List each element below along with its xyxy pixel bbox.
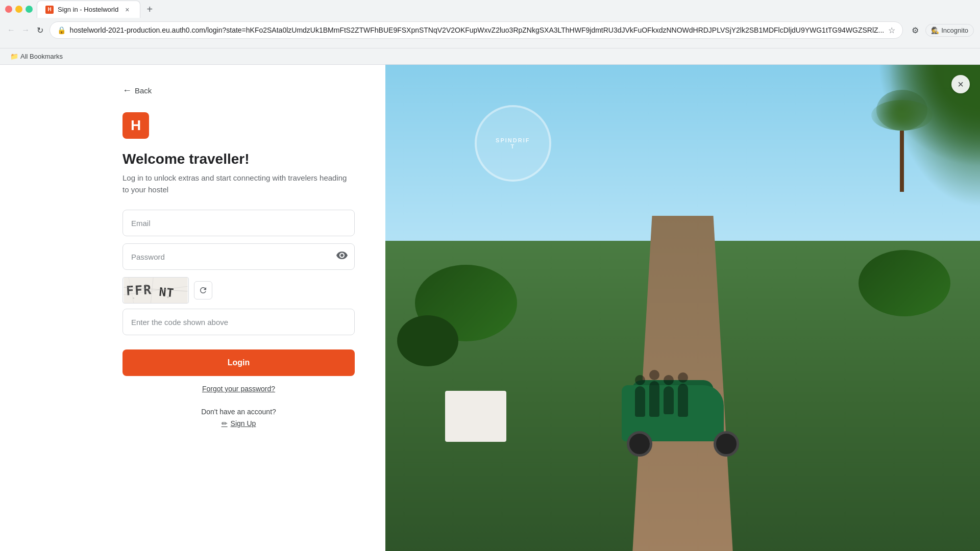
back-nav-btn[interactable]: ←	[6, 22, 16, 38]
welcome-subtitle: Log in to unlock extras and start connec…	[122, 172, 355, 195]
new-tab-btn[interactable]: +	[142, 2, 157, 16]
close-overlay-btn[interactable]: ×	[951, 75, 970, 93]
tab-close-btn[interactable]: ×	[122, 5, 132, 14]
signup-link[interactable]: ✏ Sign Up	[222, 419, 256, 428]
back-label: Back	[135, 86, 152, 95]
maximize-window-btn[interactable]	[26, 6, 33, 13]
svg-point-7	[145, 284, 147, 286]
all-bookmarks[interactable]: 📁 All Bookmarks	[6, 51, 67, 62]
address-url: hostelworld-2021-production.eu.auth0.com…	[70, 26, 885, 34]
person-4	[678, 384, 688, 417]
forgot-password-link[interactable]: Forgot your password?	[202, 385, 275, 393]
captcha-container: FFR NT	[122, 277, 355, 304]
welcome-title: Welcome traveller!	[122, 151, 355, 167]
lock-icon: 🔒	[57, 26, 66, 34]
all-bookmarks-label: All Bookmarks	[20, 53, 63, 60]
no-account-text: Don't have an account?	[122, 408, 355, 416]
logo-container: H	[122, 112, 355, 139]
svg-point-9	[133, 297, 134, 299]
back-link[interactable]: ← Back	[122, 85, 152, 96]
page-content: × ← Back H Welcome traveller! Log in to …	[0, 65, 980, 551]
login-label: Login	[228, 358, 250, 367]
incognito-badge[interactable]: 🕵 Incognito	[925, 24, 974, 37]
signup-section: Don't have an account? ✏ Sign Up	[122, 408, 355, 428]
captcha-section: FFR NT	[122, 277, 355, 342]
captcha-input[interactable]	[122, 309, 355, 335]
window-controls	[5, 6, 33, 13]
hostel-sign: SPINDRIF T	[475, 105, 551, 182]
tab-favicon: H	[45, 6, 54, 14]
palm-tree	[871, 90, 933, 192]
browser-toolbar: ← → ↻ 🔒 hostelworld-2021-production.eu.a…	[0, 18, 980, 42]
wall-structure	[445, 391, 506, 442]
person-1	[635, 386, 645, 417]
person-2	[649, 381, 659, 417]
forward-nav-btn[interactable]: →	[20, 22, 31, 38]
svg-text:NT: NT	[159, 285, 175, 299]
toggle-password-btn[interactable]	[336, 252, 348, 262]
scene-background: SPINDRIF T	[385, 65, 980, 551]
person-3	[664, 386, 674, 414]
vehicle-wheel-left	[627, 431, 652, 457]
logo-letter: H	[131, 117, 141, 134]
bush-left-low	[397, 315, 458, 366]
svg-text:FFR: FFR	[126, 282, 152, 298]
extensions-btn[interactable]: ⚙	[907, 22, 923, 38]
svg-point-8	[167, 296, 169, 298]
login-button[interactable]: Login	[122, 349, 355, 376]
active-tab[interactable]: H Sign in - Hostelworld ×	[37, 1, 140, 18]
bush-right	[859, 250, 950, 316]
bookmark-star-icon[interactable]: ☆	[888, 26, 895, 35]
reload-nav-btn[interactable]: ↻	[35, 22, 45, 38]
signup-label: Sign Up	[231, 419, 256, 428]
password-input[interactable]	[122, 243, 355, 270]
people-group	[635, 386, 688, 417]
password-group	[122, 243, 355, 270]
email-input[interactable]	[122, 210, 355, 236]
browser-actions: ⚙ 🕵 Incognito	[907, 22, 974, 38]
login-panel: ← Back H Welcome traveller! Log in to un…	[0, 65, 385, 551]
close-window-btn[interactable]	[5, 6, 12, 13]
back-arrow-icon: ←	[122, 85, 132, 96]
incognito-icon: 🕵	[931, 27, 939, 34]
tab-bar: H Sign in - Hostelworld × +	[0, 0, 980, 18]
bookmark-icon: 📁	[10, 53, 18, 60]
captcha-input-group	[122, 309, 355, 335]
incognito-label: Incognito	[941, 27, 968, 34]
hostelworld-logo: H	[122, 112, 149, 139]
sign-text: SPINDRIF T	[496, 137, 530, 149]
bookmarks-bar: 📁 All Bookmarks	[0, 48, 980, 65]
browser-chrome: H Sign in - Hostelworld × + ← → ↻ 🔒 host…	[0, 0, 980, 48]
address-bar[interactable]: 🔒 hostelworld-2021-production.eu.auth0.c…	[50, 21, 903, 39]
tab-title: Sign in - Hostelworld	[58, 6, 118, 13]
minimize-window-btn[interactable]	[15, 6, 22, 13]
vehicle-wheel-right	[714, 431, 739, 457]
password-wrapper	[122, 243, 355, 270]
image-panel: SPINDRIF T	[385, 65, 980, 551]
captcha-image: FFR NT	[122, 277, 189, 304]
forgot-password-section: Forgot your password?	[122, 384, 355, 393]
email-group	[122, 210, 355, 236]
captcha-refresh-btn[interactable]	[194, 281, 212, 299]
pencil-icon: ✏	[222, 419, 228, 428]
